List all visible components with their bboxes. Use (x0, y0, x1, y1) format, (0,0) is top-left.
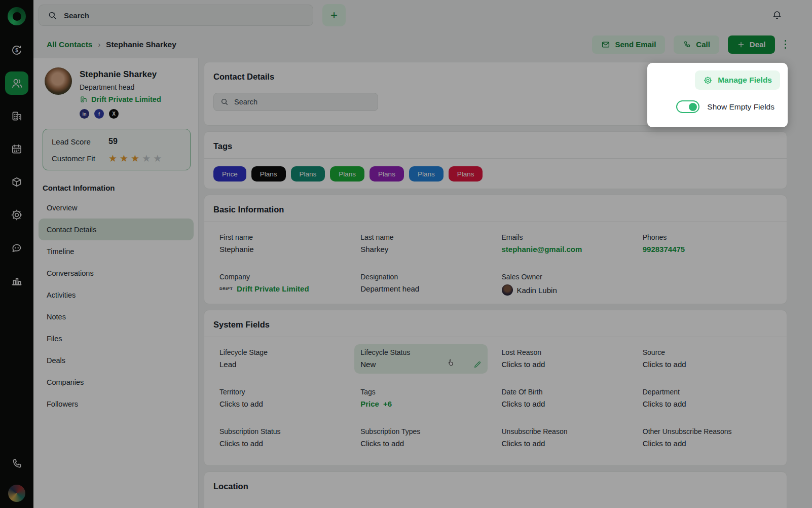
gear-icon (703, 76, 713, 85)
show-empty-fields-row: Show Empty Fields (676, 100, 774, 113)
show-empty-fields-toggle[interactable] (676, 100, 699, 113)
show-empty-fields-label: Show Empty Fields (707, 102, 774, 112)
manage-fields-button[interactable]: Manage Fields (695, 70, 780, 90)
crm-app: $ Search (0, 0, 812, 508)
tour-spotlight: Manage Fields Show Empty Fields (647, 63, 788, 127)
